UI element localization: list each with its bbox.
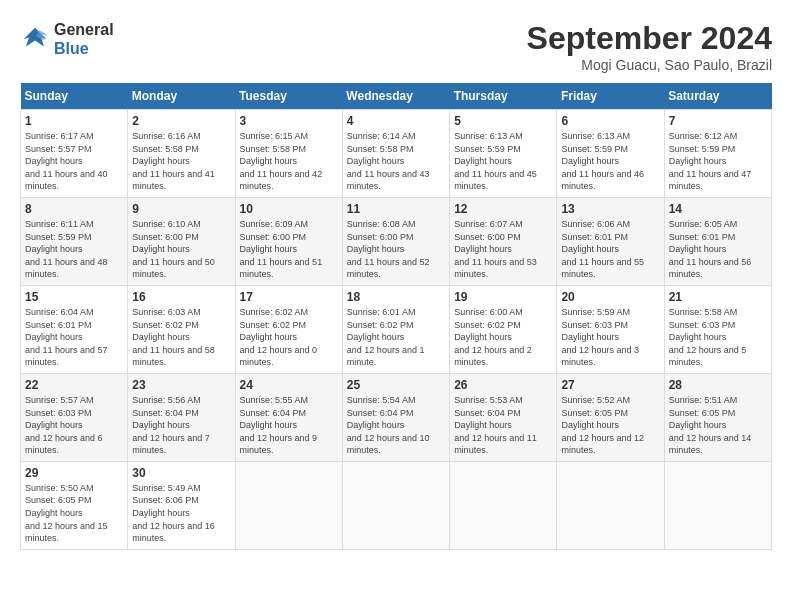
day-info: Sunrise: 5:52 AM Sunset: 6:05 PM Dayligh… xyxy=(561,394,659,457)
day-info: Sunrise: 5:59 AM Sunset: 6:03 PM Dayligh… xyxy=(561,306,659,369)
day-number: 26 xyxy=(454,378,552,392)
calendar-cell: 9 Sunrise: 6:10 AM Sunset: 6:00 PM Dayli… xyxy=(128,197,235,285)
day-info: Sunrise: 5:55 AM Sunset: 6:04 PM Dayligh… xyxy=(240,394,338,457)
day-number: 27 xyxy=(561,378,659,392)
col-saturday: Saturday xyxy=(664,83,771,110)
day-number: 7 xyxy=(669,114,767,128)
calendar-cell: 5 Sunrise: 6:13 AM Sunset: 5:59 PM Dayli… xyxy=(450,110,557,198)
day-info: Sunrise: 6:00 AM Sunset: 6:02 PM Dayligh… xyxy=(454,306,552,369)
day-info: Sunrise: 6:05 AM Sunset: 6:01 PM Dayligh… xyxy=(669,218,767,281)
day-info: Sunrise: 6:13 AM Sunset: 5:59 PM Dayligh… xyxy=(454,130,552,193)
day-info: Sunrise: 5:53 AM Sunset: 6:04 PM Dayligh… xyxy=(454,394,552,457)
calendar-cell xyxy=(235,461,342,549)
day-number: 6 xyxy=(561,114,659,128)
calendar-cell: 14 Sunrise: 6:05 AM Sunset: 6:01 PM Dayl… xyxy=(664,197,771,285)
col-tuesday: Tuesday xyxy=(235,83,342,110)
day-number: 17 xyxy=(240,290,338,304)
col-friday: Friday xyxy=(557,83,664,110)
day-number: 30 xyxy=(132,466,230,480)
calendar-cell xyxy=(557,461,664,549)
calendar-cell: 7 Sunrise: 6:12 AM Sunset: 5:59 PM Dayli… xyxy=(664,110,771,198)
day-number: 4 xyxy=(347,114,445,128)
calendar-cell: 4 Sunrise: 6:14 AM Sunset: 5:58 PM Dayli… xyxy=(342,110,449,198)
calendar-cell: 27 Sunrise: 5:52 AM Sunset: 6:05 PM Dayl… xyxy=(557,373,664,461)
day-number: 24 xyxy=(240,378,338,392)
logo: General Blue xyxy=(20,20,114,58)
day-number: 2 xyxy=(132,114,230,128)
day-info: Sunrise: 5:51 AM Sunset: 6:05 PM Dayligh… xyxy=(669,394,767,457)
day-number: 13 xyxy=(561,202,659,216)
day-info: Sunrise: 6:03 AM Sunset: 6:02 PM Dayligh… xyxy=(132,306,230,369)
day-info: Sunrise: 6:12 AM Sunset: 5:59 PM Dayligh… xyxy=(669,130,767,193)
subtitle: Mogi Guacu, Sao Paulo, Brazil xyxy=(527,57,772,73)
day-info: Sunrise: 5:49 AM Sunset: 6:06 PM Dayligh… xyxy=(132,482,230,545)
day-number: 22 xyxy=(25,378,123,392)
day-number: 3 xyxy=(240,114,338,128)
logo-icon xyxy=(20,24,50,54)
calendar-cell: 1 Sunrise: 6:17 AM Sunset: 5:57 PM Dayli… xyxy=(21,110,128,198)
title-block: September 2024 Mogi Guacu, Sao Paulo, Br… xyxy=(527,20,772,73)
calendar-cell: 30 Sunrise: 5:49 AM Sunset: 6:06 PM Dayl… xyxy=(128,461,235,549)
calendar-cell: 6 Sunrise: 6:13 AM Sunset: 5:59 PM Dayli… xyxy=(557,110,664,198)
calendar-cell: 2 Sunrise: 6:16 AM Sunset: 5:58 PM Dayli… xyxy=(128,110,235,198)
day-info: Sunrise: 6:16 AM Sunset: 5:58 PM Dayligh… xyxy=(132,130,230,193)
day-number: 15 xyxy=(25,290,123,304)
calendar-cell: 28 Sunrise: 5:51 AM Sunset: 6:05 PM Dayl… xyxy=(664,373,771,461)
calendar-cell: 29 Sunrise: 5:50 AM Sunset: 6:05 PM Dayl… xyxy=(21,461,128,549)
month-title: September 2024 xyxy=(527,20,772,57)
col-thursday: Thursday xyxy=(450,83,557,110)
day-number: 10 xyxy=(240,202,338,216)
calendar-cell xyxy=(450,461,557,549)
calendar-cell: 23 Sunrise: 5:56 AM Sunset: 6:04 PM Dayl… xyxy=(128,373,235,461)
calendar-cell: 8 Sunrise: 6:11 AM Sunset: 5:59 PM Dayli… xyxy=(21,197,128,285)
day-info: Sunrise: 5:58 AM Sunset: 6:03 PM Dayligh… xyxy=(669,306,767,369)
calendar-table: Sunday Monday Tuesday Wednesday Thursday… xyxy=(20,83,772,550)
day-info: Sunrise: 6:17 AM Sunset: 5:57 PM Dayligh… xyxy=(25,130,123,193)
col-sunday: Sunday xyxy=(21,83,128,110)
day-info: Sunrise: 6:13 AM Sunset: 5:59 PM Dayligh… xyxy=(561,130,659,193)
day-info: Sunrise: 5:50 AM Sunset: 6:05 PM Dayligh… xyxy=(25,482,123,545)
day-number: 19 xyxy=(454,290,552,304)
day-number: 20 xyxy=(561,290,659,304)
calendar-cell xyxy=(664,461,771,549)
day-number: 8 xyxy=(25,202,123,216)
calendar-cell: 21 Sunrise: 5:58 AM Sunset: 6:03 PM Dayl… xyxy=(664,285,771,373)
day-number: 29 xyxy=(25,466,123,480)
calendar-cell: 13 Sunrise: 6:06 AM Sunset: 6:01 PM Dayl… xyxy=(557,197,664,285)
day-number: 11 xyxy=(347,202,445,216)
calendar-cell: 3 Sunrise: 6:15 AM Sunset: 5:58 PM Dayli… xyxy=(235,110,342,198)
calendar-cell: 17 Sunrise: 6:02 AM Sunset: 6:02 PM Dayl… xyxy=(235,285,342,373)
day-info: Sunrise: 5:56 AM Sunset: 6:04 PM Dayligh… xyxy=(132,394,230,457)
day-number: 14 xyxy=(669,202,767,216)
day-info: Sunrise: 6:08 AM Sunset: 6:00 PM Dayligh… xyxy=(347,218,445,281)
day-info: Sunrise: 5:57 AM Sunset: 6:03 PM Dayligh… xyxy=(25,394,123,457)
calendar-cell xyxy=(342,461,449,549)
calendar-cell: 20 Sunrise: 5:59 AM Sunset: 6:03 PM Dayl… xyxy=(557,285,664,373)
day-number: 16 xyxy=(132,290,230,304)
day-info: Sunrise: 6:01 AM Sunset: 6:02 PM Dayligh… xyxy=(347,306,445,369)
day-info: Sunrise: 6:06 AM Sunset: 6:01 PM Dayligh… xyxy=(561,218,659,281)
day-info: Sunrise: 6:09 AM Sunset: 6:00 PM Dayligh… xyxy=(240,218,338,281)
day-number: 9 xyxy=(132,202,230,216)
calendar-cell: 16 Sunrise: 6:03 AM Sunset: 6:02 PM Dayl… xyxy=(128,285,235,373)
day-info: Sunrise: 6:10 AM Sunset: 6:00 PM Dayligh… xyxy=(132,218,230,281)
day-info: Sunrise: 6:15 AM Sunset: 5:58 PM Dayligh… xyxy=(240,130,338,193)
calendar-cell: 26 Sunrise: 5:53 AM Sunset: 6:04 PM Dayl… xyxy=(450,373,557,461)
calendar-cell: 18 Sunrise: 6:01 AM Sunset: 6:02 PM Dayl… xyxy=(342,285,449,373)
calendar-cell: 19 Sunrise: 6:00 AM Sunset: 6:02 PM Dayl… xyxy=(450,285,557,373)
day-number: 18 xyxy=(347,290,445,304)
day-number: 28 xyxy=(669,378,767,392)
day-info: Sunrise: 6:02 AM Sunset: 6:02 PM Dayligh… xyxy=(240,306,338,369)
day-number: 12 xyxy=(454,202,552,216)
col-wednesday: Wednesday xyxy=(342,83,449,110)
day-number: 25 xyxy=(347,378,445,392)
day-number: 1 xyxy=(25,114,123,128)
calendar-cell: 12 Sunrise: 6:07 AM Sunset: 6:00 PM Dayl… xyxy=(450,197,557,285)
day-info: Sunrise: 5:54 AM Sunset: 6:04 PM Dayligh… xyxy=(347,394,445,457)
day-info: Sunrise: 6:11 AM Sunset: 5:59 PM Dayligh… xyxy=(25,218,123,281)
day-info: Sunrise: 6:14 AM Sunset: 5:58 PM Dayligh… xyxy=(347,130,445,193)
day-number: 21 xyxy=(669,290,767,304)
calendar-cell: 24 Sunrise: 5:55 AM Sunset: 6:04 PM Dayl… xyxy=(235,373,342,461)
page-header: General Blue September 2024 Mogi Guacu, … xyxy=(20,20,772,73)
day-number: 5 xyxy=(454,114,552,128)
